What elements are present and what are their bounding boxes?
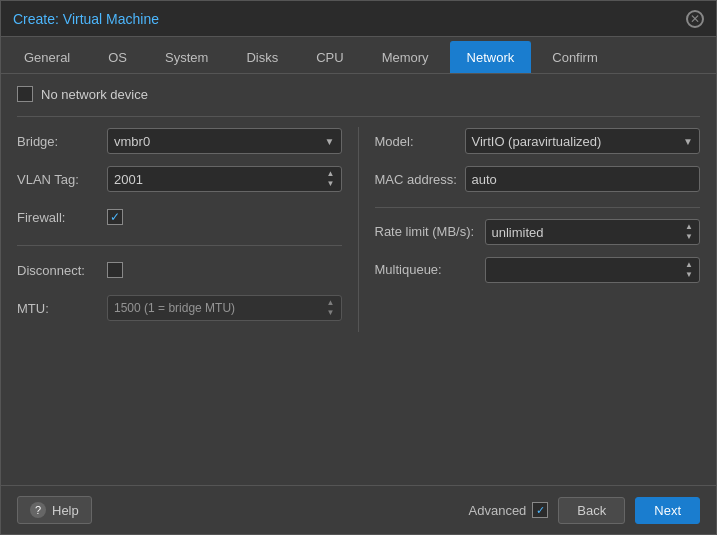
mtu-down-icon[interactable]: ▼	[327, 308, 335, 318]
multiqueue-spinner[interactable]: ▲ ▼	[485, 257, 701, 283]
model-label: Model:	[375, 134, 465, 149]
disconnect-control	[107, 262, 342, 278]
window-title: Create: Virtual Machine	[13, 11, 159, 27]
rate-value: unlimited	[492, 225, 544, 240]
model-arrow-icon: ▼	[683, 136, 693, 147]
rate-spinner-arrows: ▲ ▼	[685, 222, 693, 241]
vlan-up-icon[interactable]: ▲	[327, 169, 335, 179]
bridge-control: vmbr0 ▼	[107, 128, 342, 154]
advanced-checkbox[interactable]: ✓	[532, 502, 548, 518]
tab-memory[interactable]: Memory	[365, 41, 446, 73]
rate-down-icon[interactable]: ▼	[685, 232, 693, 242]
multiqueue-label: Multiqueue:	[375, 262, 485, 279]
mtu-row: MTU: 1500 (1 = bridge MTU) ▲ ▼	[17, 294, 342, 322]
help-icon: ?	[30, 502, 46, 518]
vlan-spinner[interactable]: 2001 ▲ ▼	[107, 166, 342, 192]
multiqueue-up-icon[interactable]: ▲	[685, 260, 693, 270]
right-divider	[375, 207, 701, 208]
firewall-control: ✓	[107, 209, 342, 225]
tab-disks[interactable]: Disks	[229, 41, 295, 73]
rate-label: Rate limit (MB/s):	[375, 224, 485, 241]
firewall-label: Firewall:	[17, 210, 107, 225]
back-button[interactable]: Back	[558, 497, 625, 524]
firewall-row: Firewall: ✓	[17, 203, 342, 231]
no-network-checkbox[interactable]	[17, 86, 33, 102]
left-divider	[17, 245, 342, 246]
multiqueue-down-icon[interactable]: ▼	[685, 270, 693, 280]
vlan-row: VLAN Tag: 2001 ▲ ▼	[17, 165, 342, 193]
model-select[interactable]: VirtIO (paravirtualized) ▼	[465, 128, 701, 154]
mtu-value: 1500 (1 = bridge MTU)	[114, 301, 235, 315]
vlan-down-icon[interactable]: ▼	[327, 179, 335, 189]
tab-system[interactable]: System	[148, 41, 225, 73]
help-label: Help	[52, 503, 79, 518]
rate-control: unlimited ▲ ▼	[485, 219, 701, 245]
multiqueue-spinner-arrows: ▲ ▼	[685, 260, 693, 279]
bridge-arrow-icon: ▼	[325, 136, 335, 147]
tab-network[interactable]: Network	[450, 41, 532, 73]
rate-up-icon[interactable]: ▲	[685, 222, 693, 232]
help-button[interactable]: ? Help	[17, 496, 92, 524]
vlan-control: 2001 ▲ ▼	[107, 166, 342, 192]
tab-cpu[interactable]: CPU	[299, 41, 360, 73]
mtu-up-icon[interactable]: ▲	[327, 298, 335, 308]
title-bar: Create: Virtual Machine ✕	[1, 1, 716, 37]
footer-right: Advanced ✓ Back Next	[469, 497, 700, 524]
form-right: Model: VirtIO (paravirtualized) ▼ MAC ad…	[359, 127, 701, 332]
rate-spinner[interactable]: unlimited ▲ ▼	[485, 219, 701, 245]
mtu-label: MTU:	[17, 301, 107, 316]
rate-row: Rate limit (MB/s): unlimited ▲ ▼	[375, 218, 701, 246]
footer: ? Help Advanced ✓ Back Next	[1, 485, 716, 534]
no-network-label: No network device	[41, 87, 148, 102]
bridge-value: vmbr0	[114, 134, 150, 149]
no-network-row: No network device	[17, 86, 700, 102]
close-button[interactable]: ✕	[686, 10, 704, 28]
bridge-row: Bridge: vmbr0 ▼	[17, 127, 342, 155]
content-area: No network device Bridge: vmbr0 ▼	[1, 74, 716, 485]
disconnect-label: Disconnect:	[17, 263, 107, 278]
bridge-label: Bridge:	[17, 134, 107, 149]
bridge-select[interactable]: vmbr0 ▼	[107, 128, 342, 154]
multiqueue-row: Multiqueue: ▲ ▼	[375, 256, 701, 284]
mac-input[interactable]: auto	[465, 166, 701, 192]
model-value: VirtIO (paravirtualized)	[472, 134, 602, 149]
advanced-label: Advanced	[469, 503, 527, 518]
mac-value: auto	[472, 172, 497, 187]
disconnect-row: Disconnect:	[17, 256, 342, 284]
mtu-spinner[interactable]: 1500 (1 = bridge MTU) ▲ ▼	[107, 295, 342, 321]
tab-confirm[interactable]: Confirm	[535, 41, 615, 73]
tab-bar: General OS System Disks CPU Memory Netwo…	[1, 37, 716, 74]
mtu-control: 1500 (1 = bridge MTU) ▲ ▼	[107, 295, 342, 321]
create-vm-window: Create: Virtual Machine ✕ General OS Sys…	[0, 0, 717, 535]
form-left: Bridge: vmbr0 ▼ VLAN Tag: 2001	[17, 127, 359, 332]
mac-label: MAC address:	[375, 172, 465, 187]
tab-general[interactable]: General	[7, 41, 87, 73]
vlan-value: 2001	[114, 172, 143, 187]
model-row: Model: VirtIO (paravirtualized) ▼	[375, 127, 701, 155]
firewall-checkbox[interactable]: ✓	[107, 209, 123, 225]
tab-os[interactable]: OS	[91, 41, 144, 73]
mac-row: MAC address: auto	[375, 165, 701, 193]
next-button[interactable]: Next	[635, 497, 700, 524]
vlan-label: VLAN Tag:	[17, 172, 107, 187]
mac-control: auto	[465, 166, 701, 192]
model-control: VirtIO (paravirtualized) ▼	[465, 128, 701, 154]
multiqueue-control: ▲ ▼	[485, 257, 701, 283]
form-grid: Bridge: vmbr0 ▼ VLAN Tag: 2001	[17, 116, 700, 332]
mtu-spinner-arrows: ▲ ▼	[327, 298, 335, 317]
disconnect-checkbox[interactable]	[107, 262, 123, 278]
advanced-row: Advanced ✓	[469, 502, 549, 518]
vlan-spinner-arrows: ▲ ▼	[327, 169, 335, 188]
